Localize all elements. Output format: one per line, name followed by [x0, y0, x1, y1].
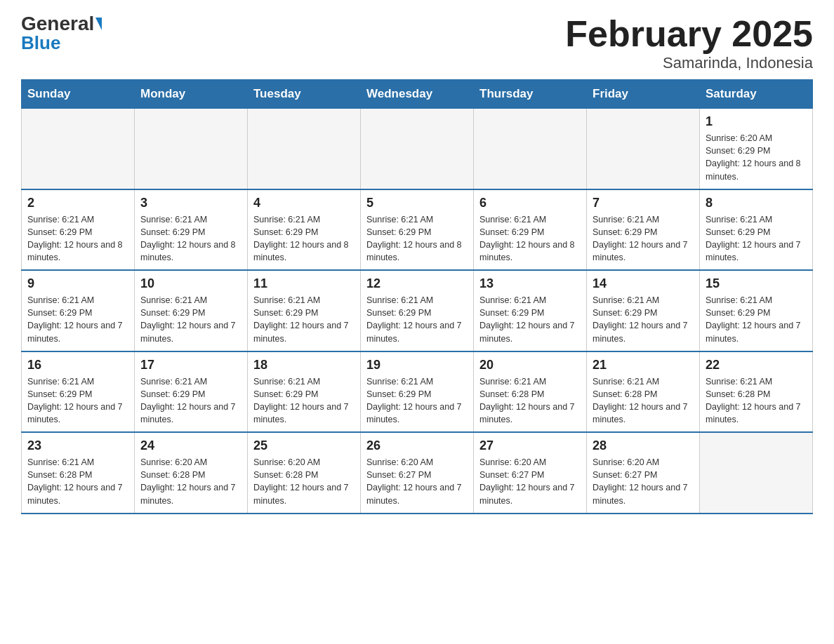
day-info: Sunrise: 6:20 AM Sunset: 6:28 PM Dayligh…: [140, 456, 241, 507]
day-info: Sunrise: 6:21 AM Sunset: 6:29 PM Dayligh…: [140, 213, 241, 264]
calendar-week-row: 2Sunrise: 6:21 AM Sunset: 6:29 PM Daylig…: [22, 189, 813, 271]
calendar-cell: [22, 109, 135, 189]
day-info: Sunrise: 6:21 AM Sunset: 6:29 PM Dayligh…: [479, 213, 581, 264]
calendar-week-row: 16Sunrise: 6:21 AM Sunset: 6:29 PM Dayli…: [22, 351, 813, 433]
day-number: 4: [253, 196, 355, 210]
day-info: Sunrise: 6:20 AM Sunset: 6:29 PM Dayligh…: [706, 132, 807, 183]
day-info: Sunrise: 6:21 AM Sunset: 6:29 PM Dayligh…: [366, 375, 468, 427]
calendar-cell: 12Sunrise: 6:21 AM Sunset: 6:29 PM Dayli…: [361, 270, 474, 351]
header-friday: Friday: [587, 80, 700, 109]
logo-blue: Blue: [21, 34, 60, 52]
calendar-cell: 18Sunrise: 6:21 AM Sunset: 6:29 PM Dayli…: [248, 351, 361, 433]
day-info: Sunrise: 6:20 AM Sunset: 6:27 PM Dayligh…: [366, 456, 468, 507]
day-info: Sunrise: 6:21 AM Sunset: 6:29 PM Dayligh…: [253, 375, 355, 427]
day-info: Sunrise: 6:21 AM Sunset: 6:29 PM Dayligh…: [593, 213, 694, 264]
calendar-cell: 19Sunrise: 6:21 AM Sunset: 6:29 PM Dayli…: [361, 351, 474, 433]
calendar-cell: 21Sunrise: 6:21 AM Sunset: 6:28 PM Dayli…: [587, 351, 700, 433]
calendar-header-row: SundayMondayTuesdayWednesdayThursdayFrid…: [22, 80, 813, 109]
day-number: 25: [253, 438, 355, 453]
day-number: 15: [706, 276, 807, 291]
day-info: Sunrise: 6:20 AM Sunset: 6:27 PM Dayligh…: [479, 456, 581, 507]
calendar-cell: 8Sunrise: 6:21 AM Sunset: 6:29 PM Daylig…: [700, 189, 813, 271]
header-thursday: Thursday: [474, 80, 587, 109]
calendar-cell: 4Sunrise: 6:21 AM Sunset: 6:29 PM Daylig…: [248, 189, 361, 271]
calendar-cell: 9Sunrise: 6:21 AM Sunset: 6:29 PM Daylig…: [22, 270, 135, 351]
day-number: 13: [479, 276, 581, 291]
day-info: Sunrise: 6:21 AM Sunset: 6:29 PM Dayligh…: [706, 213, 807, 264]
calendar-cell: [135, 109, 248, 189]
day-number: 2: [27, 196, 128, 210]
page-title: February 2025: [565, 14, 813, 54]
day-info: Sunrise: 6:21 AM Sunset: 6:28 PM Dayligh…: [27, 456, 128, 507]
calendar-cell: 16Sunrise: 6:21 AM Sunset: 6:29 PM Dayli…: [22, 351, 135, 433]
day-number: 7: [593, 196, 694, 210]
day-number: 10: [140, 276, 241, 291]
header-sunday: Sunday: [22, 80, 135, 109]
calendar-cell: 17Sunrise: 6:21 AM Sunset: 6:29 PM Dayli…: [135, 351, 248, 433]
day-number: 24: [140, 438, 241, 453]
day-info: Sunrise: 6:21 AM Sunset: 6:29 PM Dayligh…: [140, 375, 241, 427]
day-number: 16: [27, 358, 128, 373]
day-info: Sunrise: 6:20 AM Sunset: 6:28 PM Dayligh…: [253, 456, 355, 507]
day-number: 19: [366, 358, 468, 373]
calendar-cell: [474, 109, 587, 189]
day-info: Sunrise: 6:21 AM Sunset: 6:29 PM Dayligh…: [593, 294, 694, 345]
day-info: Sunrise: 6:21 AM Sunset: 6:28 PM Dayligh…: [593, 375, 694, 427]
day-info: Sunrise: 6:20 AM Sunset: 6:27 PM Dayligh…: [593, 456, 694, 507]
calendar-cell: 7Sunrise: 6:21 AM Sunset: 6:29 PM Daylig…: [587, 189, 700, 271]
day-number: 14: [593, 276, 694, 291]
day-info: Sunrise: 6:21 AM Sunset: 6:28 PM Dayligh…: [706, 375, 807, 427]
calendar-cell: 23Sunrise: 6:21 AM Sunset: 6:28 PM Dayli…: [22, 432, 135, 514]
day-number: 23: [27, 438, 128, 453]
day-number: 26: [366, 438, 468, 453]
day-number: 27: [479, 438, 581, 453]
day-number: 11: [253, 276, 355, 291]
header-monday: Monday: [135, 80, 248, 109]
calendar-cell: [700, 432, 813, 514]
day-number: 3: [140, 196, 241, 210]
day-info: Sunrise: 6:21 AM Sunset: 6:29 PM Dayligh…: [706, 294, 807, 345]
day-info: Sunrise: 6:21 AM Sunset: 6:29 PM Dayligh…: [27, 294, 128, 345]
day-info: Sunrise: 6:21 AM Sunset: 6:29 PM Dayligh…: [479, 294, 581, 345]
day-number: 1: [706, 114, 807, 129]
calendar-cell: 26Sunrise: 6:20 AM Sunset: 6:27 PM Dayli…: [361, 432, 474, 514]
calendar-cell: 11Sunrise: 6:21 AM Sunset: 6:29 PM Dayli…: [248, 270, 361, 351]
day-number: 17: [140, 358, 241, 373]
calendar-week-row: 1Sunrise: 6:20 AM Sunset: 6:29 PM Daylig…: [22, 109, 813, 189]
day-number: 8: [706, 196, 807, 210]
header-wednesday: Wednesday: [361, 80, 474, 109]
calendar-cell: 24Sunrise: 6:20 AM Sunset: 6:28 PM Dayli…: [135, 432, 248, 514]
day-number: 18: [253, 358, 355, 373]
page-subtitle: Samarinda, Indonesia: [565, 54, 813, 72]
day-number: 22: [706, 358, 807, 373]
calendar-cell: [361, 109, 474, 189]
calendar-cell: [587, 109, 700, 189]
calendar-cell: [248, 109, 361, 189]
day-number: 20: [479, 358, 581, 373]
calendar-cell: 14Sunrise: 6:21 AM Sunset: 6:29 PM Dayli…: [587, 270, 700, 351]
day-number: 12: [366, 276, 468, 291]
calendar-cell: 15Sunrise: 6:21 AM Sunset: 6:29 PM Dayli…: [700, 270, 813, 351]
calendar-cell: 20Sunrise: 6:21 AM Sunset: 6:28 PM Dayli…: [474, 351, 587, 433]
day-number: 9: [27, 276, 128, 291]
calendar-cell: 27Sunrise: 6:20 AM Sunset: 6:27 PM Dayli…: [474, 432, 587, 514]
logo: General Blue: [21, 14, 102, 52]
calendar-cell: 25Sunrise: 6:20 AM Sunset: 6:28 PM Dayli…: [248, 432, 361, 514]
calendar-cell: 13Sunrise: 6:21 AM Sunset: 6:29 PM Dayli…: [474, 270, 587, 351]
day-number: 6: [479, 196, 581, 210]
header-tuesday: Tuesday: [248, 80, 361, 109]
logo-triangle-icon: [95, 18, 102, 30]
calendar-cell: 2Sunrise: 6:21 AM Sunset: 6:29 PM Daylig…: [22, 189, 135, 271]
day-info: Sunrise: 6:21 AM Sunset: 6:28 PM Dayligh…: [479, 375, 581, 427]
day-info: Sunrise: 6:21 AM Sunset: 6:29 PM Dayligh…: [366, 213, 468, 264]
day-number: 21: [593, 358, 694, 373]
page-header: General Blue February 2025 Samarinda, In…: [21, 14, 813, 72]
calendar-cell: 6Sunrise: 6:21 AM Sunset: 6:29 PM Daylig…: [474, 189, 587, 271]
calendar-cell: 28Sunrise: 6:20 AM Sunset: 6:27 PM Dayli…: [587, 432, 700, 514]
day-info: Sunrise: 6:21 AM Sunset: 6:29 PM Dayligh…: [253, 294, 355, 345]
calendar-cell: 5Sunrise: 6:21 AM Sunset: 6:29 PM Daylig…: [361, 189, 474, 271]
title-block: February 2025 Samarinda, Indonesia: [565, 14, 813, 72]
logo-general: General: [21, 14, 94, 34]
day-number: 5: [366, 196, 468, 210]
day-info: Sunrise: 6:21 AM Sunset: 6:29 PM Dayligh…: [140, 294, 241, 345]
